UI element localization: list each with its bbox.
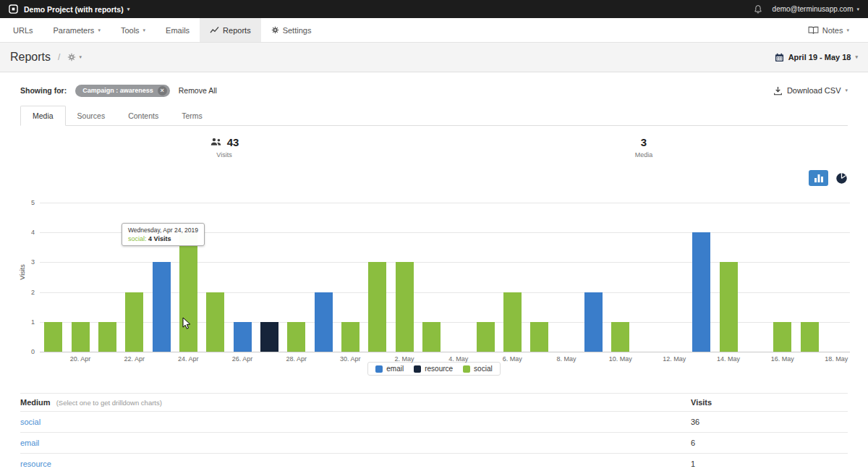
tab-media[interactable]: Media: [20, 106, 66, 126]
media-value: 3: [641, 136, 647, 148]
table-row-email: email 6: [20, 433, 848, 454]
table-row-social: social 36: [20, 412, 848, 433]
visits-stat: 43 Visits: [181, 135, 268, 158]
y-tick-label: 3: [20, 258, 35, 266]
tab-sources[interactable]: Sources: [66, 106, 117, 125]
account-email: demo@terminusapp.com: [773, 5, 854, 13]
legend-item-social[interactable]: social: [463, 365, 493, 373]
bar-apr-28-social[interactable]: [287, 322, 305, 352]
nav-item-parameters[interactable]: Parameters ▾: [43, 18, 111, 42]
medium-link-social[interactable]: social: [20, 418, 41, 426]
date-range-picker[interactable]: April 19 - May 18 ▾: [775, 53, 858, 62]
bar-chart-toggle-button[interactable]: [809, 170, 828, 186]
notes-menu[interactable]: Notes ▾: [798, 26, 859, 35]
y-tick-label: 5: [20, 199, 35, 206]
tab-terms[interactable]: Terms: [170, 106, 214, 125]
gear-icon: [67, 53, 76, 62]
x-tick-label: 10. May: [603, 355, 639, 363]
legend-item-resource[interactable]: resource: [414, 365, 453, 373]
bar-may-5-social[interactable]: [477, 322, 495, 352]
filter-row: Showing for: Campaign : awareness × Remo…: [20, 82, 848, 98]
breadcrumb-separator: /: [58, 52, 60, 62]
bar-apr-26-email[interactable]: [234, 322, 252, 352]
x-tick-label: 28. Apr: [278, 355, 315, 363]
x-tick-label: 16. May: [765, 355, 801, 363]
y-axis-title: Visits: [19, 264, 26, 279]
bar-may-1-social[interactable]: [368, 262, 386, 352]
bar-may-16-social[interactable]: [773, 322, 791, 352]
bar-may-17-social[interactable]: [801, 322, 819, 352]
medium-column-hint: (Select one to get drilldown charts): [56, 399, 162, 407]
stats-row: 43 Visits 3 Media: [20, 135, 848, 168]
bar-apr-30-social[interactable]: [341, 322, 359, 352]
bar-may-2-social[interactable]: [396, 262, 414, 352]
bar-apr-20-social[interactable]: [72, 322, 90, 352]
medium-link-resource[interactable]: resource: [20, 460, 51, 468]
gear-icon: [271, 26, 279, 34]
medium-link-email[interactable]: email: [20, 439, 39, 447]
bar-apr-21-social[interactable]: [98, 322, 116, 352]
date-range-label: April 19 - May 18: [788, 53, 851, 62]
visits-column-header: Visits: [691, 398, 848, 407]
media-stat: 3 Media: [600, 135, 687, 158]
legend-item-email[interactable]: email: [375, 365, 404, 373]
download-icon: [773, 86, 783, 96]
x-tick-label: 18. May: [818, 355, 854, 363]
nav-item-reports[interactable]: Reports: [200, 18, 261, 42]
nav-item-settings[interactable]: Settings: [261, 18, 322, 42]
bar-apr-24-social[interactable]: [179, 232, 197, 352]
x-tick-label: 26. Apr: [224, 355, 260, 363]
bar-may-7-social[interactable]: [530, 322, 548, 352]
chevron-down-icon: ▾: [856, 7, 859, 12]
bar-apr-25-social[interactable]: [206, 292, 224, 352]
bar-may-10-social[interactable]: [611, 322, 629, 352]
notebook-icon: [808, 26, 819, 34]
download-csv-button[interactable]: Download CSV ▾: [773, 86, 848, 96]
chevron-down-icon: ▾: [127, 7, 130, 12]
chevron-down-icon: ▾: [846, 27, 849, 33]
bar-may-14-social[interactable]: [720, 262, 738, 352]
main-nav: URLs Parameters ▾ Tools ▾ Emails Reports…: [0, 18, 868, 43]
bar-may-9-email[interactable]: [584, 292, 603, 352]
bar-apr-19-social[interactable]: [44, 322, 62, 352]
project-name: Demo Project (with reports): [24, 5, 124, 14]
chart-line-icon: [210, 26, 219, 34]
visits-value: 43: [227, 136, 239, 148]
bar-may-6-social[interactable]: [503, 292, 522, 352]
bar-may-3-social[interactable]: [422, 322, 441, 352]
filter-chip-campaign-awareness[interactable]: Campaign : awareness ×: [75, 85, 170, 97]
nav-item-tools[interactable]: Tools ▾: [111, 18, 156, 42]
report-settings-dropdown[interactable]: ▾: [67, 53, 82, 62]
account-menu[interactable]: demo@terminusapp.com ▾: [773, 5, 859, 13]
legend-swatch-social: [463, 365, 470, 373]
pie-chart-toggle-button[interactable]: [835, 172, 848, 185]
bar-apr-22-social[interactable]: [125, 292, 143, 352]
mouse-cursor: [182, 317, 192, 330]
bar-apr-23-email[interactable]: [153, 262, 171, 352]
visits-bar-chart: Visits Wednesday, Apr 24, 2019 social: 4…: [20, 192, 848, 360]
bar-may-13-email[interactable]: [692, 232, 710, 352]
nav-item-urls[interactable]: URLs: [3, 18, 43, 42]
remove-all-link[interactable]: Remove All: [179, 86, 217, 95]
legend-row: emailresourcesocial: [20, 362, 848, 376]
bar-apr-29-email[interactable]: [315, 292, 333, 352]
chart-tooltip: Wednesday, Apr 24, 2019 social: 4 Visits: [122, 223, 205, 246]
y-tick-label: 4: [20, 229, 35, 236]
visits-value-email: 6: [691, 439, 848, 447]
visits-value-resource: 1: [691, 460, 848, 468]
bar-apr-27-resource[interactable]: [260, 322, 278, 352]
app-logo-icon[interactable]: [9, 4, 18, 14]
x-tick-label: 6. May: [494, 355, 530, 363]
notifications-bell-icon[interactable]: [754, 4, 762, 14]
project-switcher[interactable]: Demo Project (with reports) ▾: [24, 5, 129, 14]
gridline: [40, 352, 850, 352]
tooltip-series: social:: [128, 235, 147, 242]
tooltip-date: Wednesday, Apr 24, 2019: [128, 227, 198, 234]
y-tick-label: 1: [20, 318, 35, 326]
nav-item-emails[interactable]: Emails: [156, 18, 200, 42]
remove-filter-icon[interactable]: ×: [158, 86, 167, 96]
chevron-down-icon: ▾: [79, 54, 82, 60]
chart-controls: [20, 168, 848, 188]
tab-contents[interactable]: Contents: [116, 106, 170, 125]
tooltip-value: 4 Visits: [148, 235, 171, 242]
